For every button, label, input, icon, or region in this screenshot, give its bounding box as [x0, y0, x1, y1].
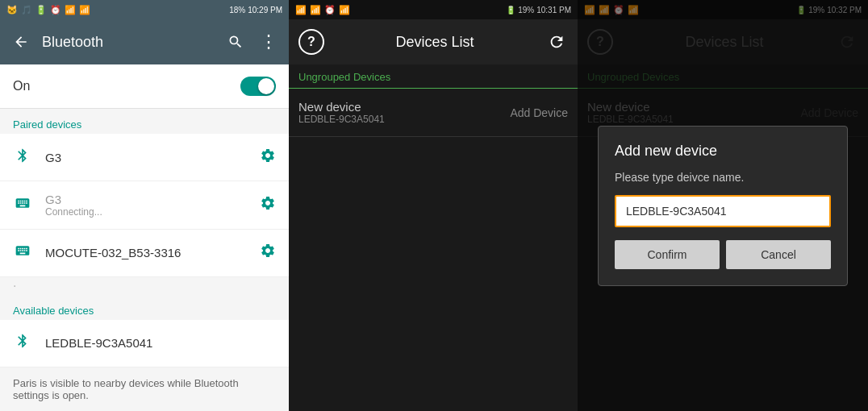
g3-kb-status: Connecting... — [45, 206, 247, 218]
new-device-sub-2: LEDBLE-9C3A5041 — [298, 114, 510, 125]
g3-kb-name: G3 — [45, 193, 247, 206]
g3-kb-settings[interactable] — [260, 195, 276, 215]
ledble-info: LEDBLE-9C3A5041 — [45, 336, 276, 350]
alarm-icon-2: ⏰ — [324, 5, 336, 15]
battery-icon: 🔋 — [35, 5, 47, 15]
status-right-2: 🔋 19% 10:31 PM — [506, 6, 571, 15]
bluetooth-settings-panel: 🐱 🎵 🔋 ⏰ 📶 📶 18% 10:29 PM Bluetooth ⋮ On … — [0, 0, 289, 411]
keyboard-icon-g3 — [13, 195, 32, 215]
alarm-icon: ⏰ — [50, 5, 61, 15]
refresh-button-2[interactable] — [545, 31, 568, 53]
mocute-settings[interactable] — [260, 243, 276, 263]
battery-icon-2: 🔋 — [506, 6, 515, 15]
bt-icon-ledble — [13, 333, 32, 353]
status-left-2: 📶 📶 ⏰ 📶 — [295, 5, 350, 15]
devices-list-panel-3: 📶 📶 ⏰ 📶 🔋 19% 10:32 PM ? Devices List Un… — [578, 0, 868, 411]
bt-icon-2: 📶 — [295, 5, 307, 15]
more-button[interactable]: ⋮ — [257, 31, 279, 53]
wifi-icon-2: 📶 — [339, 5, 350, 15]
devices-list-panel-2: 📶 📶 ⏰ 📶 🔋 19% 10:31 PM ? Devices List Un… — [289, 0, 578, 411]
ledble-name: LEDBLE-9C3A5041 — [45, 336, 276, 350]
battery-percent-2: 19% — [518, 6, 534, 15]
help-button-2[interactable]: ? — [298, 29, 324, 55]
paired-devices-header: Paired devices — [0, 109, 289, 134]
bluetooth-toggle[interactable] — [240, 77, 276, 96]
back-button[interactable] — [10, 31, 32, 53]
status-bar-1: 🐱 🎵 🔋 ⏰ 📶 📶 18% 10:29 PM — [0, 0, 289, 19]
toolbar-title-2: Devices List — [334, 34, 536, 51]
add-device-dialog: Add new device Please type deivce name. … — [598, 126, 848, 286]
dialog-overlay: Add new device Please type deivce name. … — [578, 0, 868, 411]
mocute-name: MOCUTE-032_B53-3316 — [45, 246, 247, 259]
paired-device-g3-kb: G3 Connecting... — [0, 181, 289, 229]
dialog-message: Please type deivce name. — [615, 171, 831, 184]
confirm-button[interactable]: Confirm — [615, 240, 720, 269]
search-button[interactable] — [224, 31, 247, 53]
new-device-row-2: New device LEDBLE-9C3A5041 Add Device — [289, 89, 578, 137]
paired-device-mocute: MOCUTE-032_B53-3316 — [0, 230, 289, 277]
status-right-1: 18% 10:29 PM — [229, 6, 282, 15]
battery-percent-1: 18% — [229, 6, 245, 15]
toolbar-2: ? Devices List — [289, 19, 578, 64]
footer-text: Paris is visible to nearby devices while… — [0, 367, 289, 411]
paired-device-g3-bt: G3 — [0, 134, 289, 181]
cat-icon: 🐱 — [6, 5, 18, 15]
toolbar-1: Bluetooth ⋮ — [0, 19, 289, 64]
time-1: 10:29 PM — [248, 6, 282, 15]
cancel-button[interactable]: Cancel — [726, 240, 831, 269]
new-device-name-2: New device — [298, 100, 510, 114]
device-name-input[interactable] — [615, 195, 831, 227]
status-bar-2: 📶 📶 ⏰ 📶 🔋 19% 10:31 PM — [289, 0, 578, 19]
dialog-title: Add new device — [615, 143, 831, 160]
g3-kb-info: G3 Connecting... — [45, 193, 247, 218]
available-devices-header: Available devices — [0, 295, 289, 320]
bluetooth-toggle-row: On — [0, 64, 289, 109]
ungrouped-header-2: Ungrouped Devices — [289, 64, 578, 89]
divider-dot: · — [0, 277, 289, 295]
time-2: 10:31 PM — [536, 6, 571, 15]
mocute-info: MOCUTE-032_B53-3316 — [45, 246, 247, 259]
bt-status-icon: 🎵 — [21, 5, 32, 15]
wifi-icon: 📶 — [65, 5, 76, 15]
new-device-info-2: New device LEDBLE-9C3A5041 — [298, 100, 510, 125]
toolbar-title-1: Bluetooth — [42, 34, 215, 51]
available-device-ledble: LEDBLE-9C3A5041 — [0, 320, 289, 367]
g3-bt-settings[interactable] — [260, 147, 276, 168]
signal-icon: 📶 — [79, 5, 90, 15]
signal-icon-2: 📶 — [310, 5, 321, 15]
g3-bt-name: G3 — [45, 151, 247, 164]
toggle-label: On — [13, 79, 240, 93]
dialog-buttons: Confirm Cancel — [615, 240, 831, 269]
bluetooth-icon-g3 — [13, 147, 32, 167]
keyboard-icon-mocute — [13, 243, 32, 263]
g3-bt-info: G3 — [45, 151, 247, 164]
status-left-1: 🐱 🎵 🔋 ⏰ 📶 📶 — [6, 5, 90, 15]
add-device-button-2[interactable]: Add Device — [510, 106, 568, 119]
